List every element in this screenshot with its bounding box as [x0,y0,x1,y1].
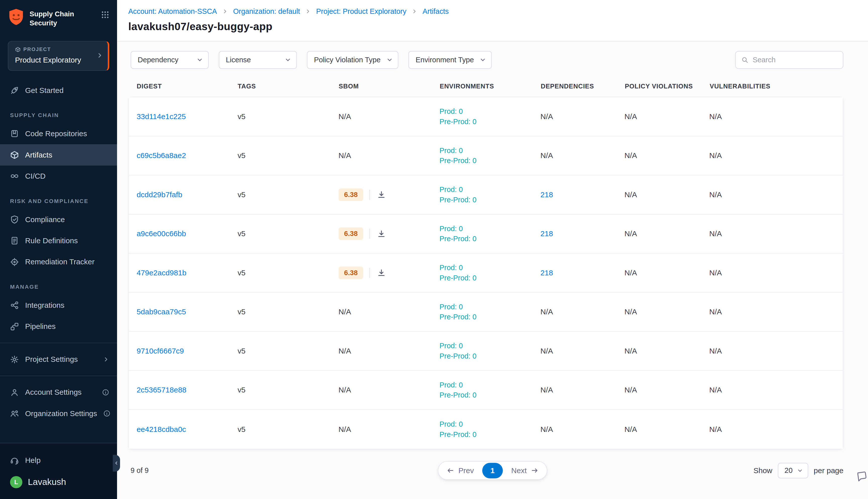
digest-link[interactable]: dcdd29b7fafb [137,191,182,199]
tag-cell: v5 [238,386,338,394]
policy-violations-cell: N/A [624,191,709,199]
column-header: VULNERABILITIES [710,83,834,90]
sbom-na-value: N/A [338,386,351,394]
sidebar-item-account-settings[interactable]: Account Settings [0,382,117,403]
filter-dependency[interactable]: Dependency [131,51,209,69]
sidebar-item-cicd[interactable]: CI/CD [0,166,117,187]
dependencies-cell: N/A [541,151,624,160]
dependencies-link[interactable]: 218 [541,191,553,199]
filter-policy-violation-type[interactable]: Policy Violation Type [307,51,399,69]
sidebar-item-label: CI/CD [25,172,46,180]
sidebar-item-label: Pipelines [25,322,56,331]
gear-icon [10,355,19,364]
search-input[interactable] [753,56,838,64]
sidebar-item-remediation-tracker[interactable]: Remediation Tracker [0,251,117,272]
env-preprod: Pre-Prod: 0 [439,273,541,283]
breadcrumb-separator-icon [305,8,311,14]
download-sbom-button[interactable] [376,190,386,200]
sidebar-item-integrations[interactable]: Integrations [0,295,117,316]
filter-label: License [226,56,251,64]
table-row: ee4218cdba0cv5N/AProd: 0Pre-Prod: 0N/AN/… [129,410,843,449]
digest-link[interactable]: 33d114e1c225 [137,112,186,121]
page-size-select[interactable]: 20 [778,463,808,478]
sidebar-item-label: Artifacts [25,151,52,159]
digest-link-cell: 2c5365718e88 [137,386,238,394]
download-icon [377,269,385,277]
sidebar-item-pipelines[interactable]: Pipelines [0,316,117,337]
breadcrumb-separator-icon [411,8,418,14]
section-manage: MANAGE [0,272,117,295]
env-preprod: Pre-Prod: 0 [439,429,541,439]
sidebar-item-code-repositories[interactable]: Code Repositories [0,123,117,144]
chevron-right-icon [222,8,228,14]
breadcrumb-link[interactable]: Account: Automation-SSCA [128,7,217,15]
pipeline-icon [10,322,19,331]
filter-label: Environment Type [416,56,474,64]
sidebar-item-artifacts[interactable]: Artifacts [0,144,117,165]
tag-cell: v5 [238,229,338,238]
breadcrumb-link[interactable]: Project: Product Exploratory [316,7,406,15]
filter-license[interactable]: License [219,51,297,69]
sidebar-item-get-started[interactable]: Get Started [0,80,117,101]
digest-link[interactable]: 2c5365718e88 [137,386,186,394]
sidebar-item-compliance[interactable]: Compliance [0,209,117,230]
search-box[interactable] [735,51,843,69]
sidebar-item-label: Rule Definitions [25,236,78,245]
project-selector[interactable]: PROJECT Product Exploratory [8,41,109,71]
vulnerabilities-cell: N/A [709,269,834,277]
sbom-cell: 6.38 [338,267,439,279]
help-button[interactable]: Help [0,450,117,471]
digest-link[interactable]: 9710cf6667c9 [137,347,184,355]
user-menu[interactable]: L Lavakush [0,471,117,494]
policy-violations-cell: N/A [624,269,709,277]
chat-bubble-icon[interactable] [856,470,868,484]
artifact-rows: 33d114e1c225v5N/AProd: 0Pre-Prod: 0N/AN/… [128,97,843,449]
user-gear-icon [10,388,19,397]
download-sbom-button[interactable] [376,268,386,278]
breadcrumb-link[interactable]: Organization: default [233,7,300,15]
pagination-page-1[interactable]: 1 [482,463,503,478]
filter-label: Policy Violation Type [314,56,381,64]
download-icon [377,191,385,199]
env-prod: Prod: 0 [439,106,541,116]
env-preprod: Pre-Prod: 0 [439,195,541,205]
digest-link[interactable]: a9c6e00c66bb [137,229,186,238]
filter-environment-type[interactable]: Environment Type [408,51,492,69]
tag-cell: v5 [238,347,338,355]
column-header: POLICY VIOLATIONS [625,83,710,90]
digest-link[interactable]: c69c5b6a8ae2 [137,151,186,160]
column-header: SBOM [339,83,440,90]
digest-link[interactable]: ee4218cdba0c [137,425,186,434]
dependencies-link[interactable]: 218 [541,229,553,238]
project-label: PROJECT [15,47,96,52]
policy-violations-cell: N/A [624,307,709,316]
sidebar-item-organization-settings[interactable]: Organization Settings [0,403,117,424]
policy-violations-cell: N/A [624,112,709,121]
env-preprod: Pre-Prod: 0 [439,234,541,244]
sidebar-item-label: Account Settings [25,388,82,397]
sidebar-item-rule-definitions[interactable]: Rule Definitions [0,230,117,251]
sidebar-item-label: Organization Settings [25,409,97,418]
sbom-cell: N/A [338,112,439,121]
filter-label: Dependency [138,56,178,64]
page-header: Account: Automation-SSCAOrganization: de… [117,0,868,41]
tag-cell: v5 [238,425,338,434]
breadcrumb-link[interactable]: Artifacts [423,7,449,15]
chevron-down-icon [196,57,203,63]
pagination-prev-button[interactable]: Prev [439,463,481,478]
sidebar-item-project-settings[interactable]: Project Settings [0,349,117,370]
pagination-next-button[interactable]: Next [504,463,546,478]
shield-logo-icon [8,8,25,26]
dependencies-link[interactable]: 218 [541,269,553,277]
sbom-na-value: N/A [338,347,351,355]
sidebar-item-label: Code Repositories [25,130,87,138]
digest-link-cell: dcdd29b7fafb [137,191,238,199]
user-name: Lavakush [28,477,66,487]
download-sbom-button[interactable] [376,228,386,239]
apps-grid-icon[interactable] [101,11,109,21]
digest-link[interactable]: 5dab9caa79c5 [137,307,186,316]
sidebar-collapse-handle[interactable] [113,455,120,472]
divider [370,268,370,278]
digest-link[interactable]: 479e2acd981b [137,269,186,277]
sbom-na-value: N/A [338,307,351,316]
